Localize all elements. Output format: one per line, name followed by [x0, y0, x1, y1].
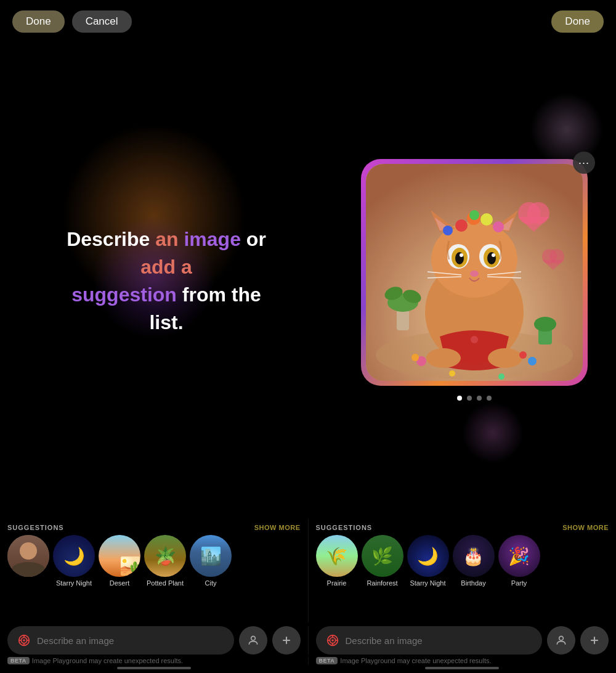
suggestion-label-city: City: [205, 579, 217, 587]
word-list: list.: [149, 311, 183, 333]
svg-point-55: [251, 636, 255, 640]
svg-point-36: [493, 221, 504, 232]
bottom-area: SUGGESTIONS SHOW MORE Starry Night: [0, 519, 616, 673]
dot-2: [467, 396, 472, 401]
suggestion-label-desert: Desert: [110, 579, 129, 587]
home-indicator-right: [425, 667, 499, 669]
word-a: a: [181, 256, 192, 278]
right-text-input-wrapper: [316, 626, 543, 655]
left-describe-input[interactable]: [37, 635, 224, 646]
svg-point-44: [528, 357, 537, 365]
left-show-more-button[interactable]: SHOW MORE: [254, 524, 301, 531]
left-beta-badge: BETA: [7, 657, 30, 664]
top-bar: Done Cancel Done: [0, 0, 616, 43]
svg-point-27: [492, 253, 495, 257]
suggestion-item-city[interactable]: City: [190, 535, 232, 587]
suggestion-circle-desert: [99, 535, 140, 577]
svg-point-40: [426, 348, 461, 368]
suggestions-row: SUGGESTIONS SHOW MORE Starry Night: [0, 519, 616, 622]
suggestion-label-prairie: Prairie: [327, 579, 347, 587]
suggestion-item-avatar[interactable]: [7, 535, 49, 587]
person-icon: [247, 634, 259, 646]
suggestion-circle-rainforest: [362, 535, 403, 577]
right-suggestion-items: Prairie Rainforest Starry Night Birthday: [316, 535, 609, 587]
suggestion-item-starry-night-2[interactable]: Starry Night: [407, 535, 449, 587]
suggestion-label-starry-night-1: Starry Night: [56, 579, 92, 587]
suggestion-circle-avatar: [7, 535, 49, 577]
suggestion-circle-prairie: [316, 535, 358, 577]
svg-point-60: [331, 639, 334, 642]
left-add-button[interactable]: [272, 626, 301, 655]
left-suggestions-label: SUGGESTIONS: [7, 524, 64, 531]
right-disclaimer-text: BETA Image Playground may create unexpec…: [316, 657, 609, 664]
dot-3: [477, 396, 482, 401]
svg-point-39: [471, 336, 478, 343]
done-button-right[interactable]: Done: [551, 10, 604, 33]
suggestion-item-birthday[interactable]: Birthday: [453, 535, 495, 587]
cat-image: [366, 164, 583, 381]
word-suggestion: suggestion: [71, 283, 182, 306]
left-disclaimer-content: Image Playground may create unexpected r…: [32, 657, 183, 664]
right-beta-badge: BETA: [316, 657, 338, 664]
suggestion-item-starry-night-1[interactable]: Starry Night: [53, 535, 95, 587]
svg-point-38: [469, 210, 479, 220]
suggestion-circle-birthday: [453, 535, 495, 577]
left-description-panel: Describe an image or add a suggestion fr…: [0, 226, 333, 336]
right-describe-input[interactable]: [346, 635, 533, 646]
word-add: add: [140, 256, 181, 278]
word-describe: Describe: [67, 228, 155, 250]
word-or: or: [241, 228, 266, 250]
inputs-row: [0, 622, 616, 655]
plus-icon-left: [280, 634, 293, 646]
word-from: from: [182, 283, 232, 306]
right-suggestions-header: SUGGESTIONS SHOW MORE: [316, 519, 609, 535]
suggestion-item-desert[interactable]: Desert: [99, 535, 140, 587]
done-button-left[interactable]: Done: [12, 10, 65, 33]
cancel-button[interactable]: Cancel: [72, 10, 132, 33]
left-input-panel: [0, 626, 308, 655]
suggestion-item-potted-plant[interactable]: Potted Plant: [144, 535, 186, 587]
suggestion-item-prairie[interactable]: Prairie: [316, 535, 358, 587]
suggestion-label-rainforest: Rainforest: [367, 579, 397, 587]
svg-point-37: [443, 226, 453, 235]
word-image: image: [184, 228, 240, 250]
right-suggestions-label: SUGGESTIONS: [316, 524, 373, 531]
right-input-panel: [309, 626, 617, 655]
right-image-panel: ···: [333, 161, 616, 401]
svg-point-45: [519, 351, 527, 359]
svg-point-43: [411, 354, 419, 361]
word-the: the: [232, 283, 261, 306]
person-icon-right: [555, 634, 567, 646]
right-show-more-button[interactable]: SHOW MORE: [562, 524, 609, 531]
right-person-button[interactable]: [547, 626, 575, 655]
dot-1: [457, 396, 462, 401]
dot-4: [487, 396, 492, 401]
suggestion-circle-party: [498, 535, 540, 577]
right-disclaimer-content: Image Playground may create unexpected r…: [340, 657, 491, 664]
left-suggestion-items: Starry Night Desert Potted Plant City: [7, 535, 301, 587]
disclaimer-row: BETA Image Playground may create unexpec…: [0, 655, 616, 667]
left-suggestions-header: SUGGESTIONS SHOW MORE: [7, 519, 301, 535]
word-an: an: [155, 228, 184, 250]
svg-point-35: [480, 213, 493, 226]
more-options-button[interactable]: ···: [573, 152, 595, 174]
plus-icon-right: [588, 634, 601, 646]
svg-point-50: [23, 639, 25, 642]
left-person-button[interactable]: [239, 626, 267, 655]
home-indicator-row: [0, 667, 616, 673]
image-container: ···: [363, 161, 585, 383]
suggestion-label-party: Party: [511, 579, 527, 587]
left-suggestions-panel: SUGGESTIONS SHOW MORE Starry Night: [0, 519, 308, 622]
suggestion-item-party[interactable]: Party: [498, 535, 540, 587]
right-playground-icon: [326, 634, 339, 647]
right-suggestions-panel: SUGGESTIONS SHOW MORE Prairie Rainforest…: [309, 519, 617, 622]
right-input-container: [316, 626, 609, 655]
suggestion-circle-potted-plant: [144, 535, 186, 577]
left-input-container: [7, 626, 301, 655]
left-disclaimer-text: BETA Image Playground may create unexpec…: [7, 657, 301, 664]
home-indicator-left: [117, 667, 191, 669]
describe-text: Describe an image or add a suggestion fr…: [59, 226, 274, 336]
suggestion-item-rainforest[interactable]: Rainforest: [362, 535, 403, 587]
avatar-person: [7, 535, 49, 577]
right-add-button[interactable]: [580, 626, 609, 655]
